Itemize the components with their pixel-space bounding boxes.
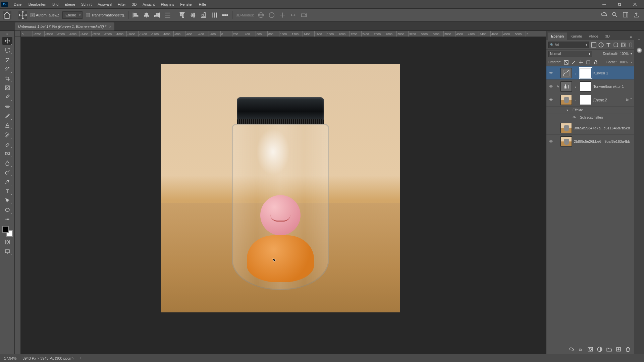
visibility-toggle[interactable]: 👁 [548,139,554,144]
color-panel-icon[interactable] [636,47,642,54]
document-canvas[interactable] [161,64,400,312]
layer-name[interactable]: 2bf99c5e26bbe6...9baf6e163a4bb [574,139,630,143]
window-minimize-button[interactable] [596,0,612,8]
canvas-area[interactable]: 3-3200-3000-2800-2600-2400-2200-2000-180… [15,31,546,354]
edit-toolbar-button[interactable] [2,215,12,223]
fx-badge[interactable]: fx ˅ [626,98,631,102]
mask-thumb[interactable] [580,68,591,78]
dodge-tool[interactable] [2,168,12,176]
quickmask-button[interactable] [2,238,12,246]
path-select-tool[interactable] [2,196,12,204]
layer-name[interactable]: 3865a59347e7a...c611646d7b5c8 [574,126,630,130]
pen-tool[interactable] [2,178,12,186]
align-vcenter-button[interactable] [189,11,197,19]
eyedropper-tool[interactable] [2,93,12,101]
clone-stamp-tool[interactable] [2,121,12,129]
layer-fx-row[interactable]: 👁 Schlagschatten [546,114,634,121]
menu-schrift[interactable]: Schrift [78,0,95,8]
menu-ebene[interactable]: Ebene [61,0,78,8]
lock-pixels-icon[interactable] [564,60,569,65]
healing-brush-tool[interactable] [2,103,12,111]
visibility-toggle[interactable]: 👁 [548,84,554,89]
marquee-tool[interactable] [2,46,12,54]
mask-thumb[interactable] [580,95,591,105]
menu-bearbeiten[interactable]: Bearbeiten [25,0,49,8]
auto-select-target-dropdown[interactable]: Ebene [62,11,83,19]
new-layer-button[interactable] [616,347,621,352]
layer-name[interactable]: Ebene 2 [593,98,607,102]
menu-bild[interactable]: Bild [49,0,61,8]
lock-all-icon[interactable] [593,60,598,65]
layer-name[interactable]: Tonwertkorrektur 1 [593,84,624,88]
foreground-color-swatch[interactable] [2,226,9,233]
vertical-ruler[interactable] [15,37,21,354]
layer-thumb[interactable] [560,136,572,146]
blur-tool[interactable] [2,159,12,167]
document-tab[interactable]: Unbenannt-1 bei 17,9% (Kurven 1, Ebenenm… [15,22,114,31]
visibility-toggle[interactable]: 👁 [548,71,554,75]
home-button[interactable] [3,11,11,19]
layer-thumb[interactable] [560,95,572,105]
panel-menu-button[interactable]: ≡ [628,33,634,40]
screenmode-button[interactable] [2,247,12,255]
zoom-level[interactable]: 17,94% [4,356,16,360]
filter-shape-icon[interactable] [613,42,619,48]
menu-hilfe[interactable]: Hilfe [196,0,209,8]
layer-thumb[interactable] [560,123,572,133]
layer-row[interactable]: 3865a59347e7a...c611646d7b5c8 [546,121,634,135]
horizontal-ruler[interactable]: 3-3200-3000-2800-2600-2400-2200-2000-180… [21,31,546,37]
document-info[interactable]: 3943 Px × 3943 Px (300 ppcm) [22,356,73,360]
magic-wand-tool[interactable] [2,65,12,73]
cloud-docs-button[interactable] [601,12,607,18]
menu-datei[interactable]: Datei [11,0,25,8]
document-info-chevron[interactable]: 〉 [79,356,83,360]
filter-pixel-icon[interactable] [591,42,596,48]
layer-row[interactable]: 👁 2bf99c5e26bbe6...9baf6e163a4bb [546,135,634,148]
visibility-toggle[interactable]: 👁 [548,98,554,102]
frame-tool[interactable] [2,84,12,92]
align-top-button[interactable] [178,11,186,19]
workspace-button[interactable] [623,12,629,18]
eraser-tool[interactable] [2,140,12,148]
menu-3d[interactable]: 3D [129,0,140,8]
auto-select-checkbox[interactable]: ✓Autom. ausw.: [31,13,59,17]
link-layers-button[interactable] [569,347,574,352]
window-maximize-button[interactable] [612,0,627,8]
tab-3d[interactable]: 3D [602,33,613,40]
layer-filter-dropdown[interactable]: Art▾ [548,42,589,48]
type-tool[interactable] [2,187,12,195]
align-left-button[interactable] [132,11,139,19]
align-right-button[interactable] [153,11,161,19]
move-tool[interactable] [2,37,12,45]
lock-position-icon[interactable] [571,60,576,65]
blend-mode-dropdown[interactable]: Normal▾ [548,51,592,57]
lasso-tool[interactable] [2,56,12,64]
fill-value[interactable]: 100% [619,60,628,64]
history-brush-tool[interactable] [2,131,12,139]
more-align-button[interactable] [221,11,229,19]
window-close-button[interactable] [627,0,643,8]
lock-nest-icon[interactable] [586,60,591,65]
layer-mask-button[interactable] [588,347,593,352]
delete-layer-button[interactable] [625,347,631,352]
gradient-tool[interactable] [2,149,12,158]
layer-row[interactable]: 👁 𐑢 Ebene 2 fx ˅ [546,93,634,107]
layer-row[interactable]: 👁 ↳ 𐑢 Tonwertkorrektur 1 [546,80,634,93]
shape-tool[interactable] [2,206,12,214]
menu-fenster[interactable]: Fenster [177,0,196,8]
layer-style-button[interactable]: fx [578,347,584,352]
mask-thumb[interactable] [580,81,591,92]
layer-name[interactable]: Kurven 1 [593,71,608,75]
tab-pfade[interactable]: Pfade [585,33,602,40]
lock-artboard-icon[interactable] [579,60,583,65]
group-button[interactable] [606,347,612,352]
adjustment-thumb[interactable] [560,81,572,92]
layer-row[interactable]: 👁 𐑢 Kurven 1 [546,66,634,80]
align-bottom-button[interactable] [200,11,207,19]
menu-plugins[interactable]: Plug-ins [158,0,177,8]
crop-tool[interactable] [2,74,12,82]
document-tab-close-icon[interactable]: × [109,24,111,28]
adjustment-layer-button[interactable] [597,347,602,352]
filter-toggle[interactable] [629,43,632,47]
filter-adjust-icon[interactable] [598,42,604,48]
